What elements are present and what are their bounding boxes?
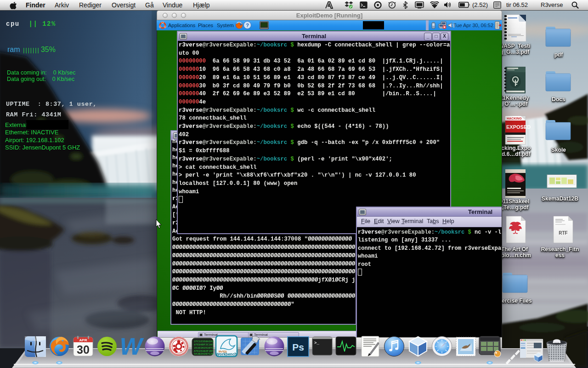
svg-text:W: W <box>119 334 144 360</box>
svg-text:97E86DF2C397: 97E86DF2C397 <box>194 343 214 346</box>
svg-text:?: ? <box>246 23 249 28</box>
svg-text:EXPOSED: EXPOSED <box>506 124 531 130</box>
svg-text:3538363538Y3: 3538363538Y3 <box>194 346 214 350</box>
svg-text:RTF: RTF <box>559 230 567 236</box>
svg-text:37C32358A2A3: 37C32358A2A3 <box>194 340 214 343</box>
svg-text:30: 30 <box>77 343 90 356</box>
svg-text:APR: APR <box>79 338 87 342</box>
svg-text:Ps: Ps <box>292 342 304 352</box>
svg-text:>_: >_ <box>314 341 319 345</box>
svg-text:5A3B2A2B7C2F: 5A3B2A2B7C2F <box>194 352 214 356</box>
svg-text:HACKING: HACKING <box>507 117 522 120</box>
svg-text:Workbench: Workbench <box>216 352 237 356</box>
